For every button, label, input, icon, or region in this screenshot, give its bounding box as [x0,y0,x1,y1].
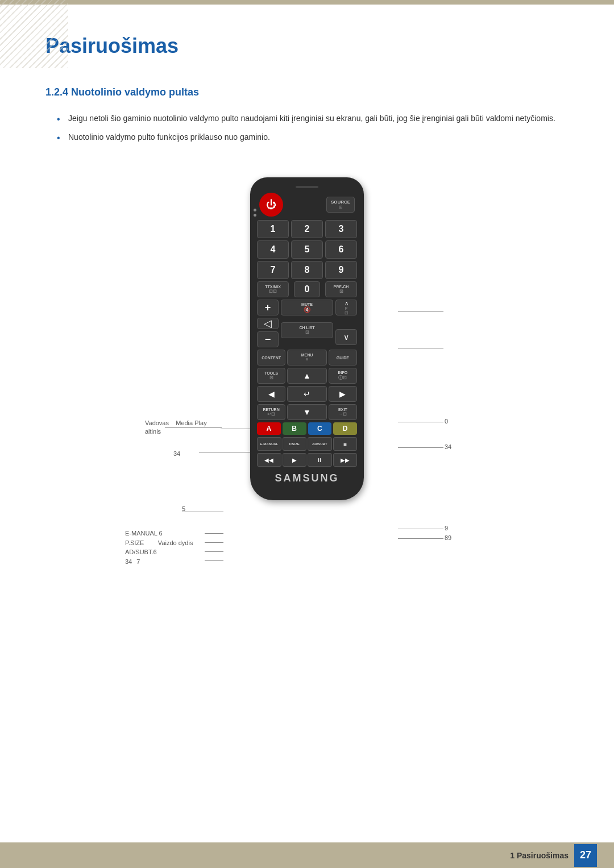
content-menu-row: CONTENT MENU ≡ GUIDE [257,350,357,366]
return-label: RETURN [263,408,280,412]
btn-c[interactable]: C [308,422,332,435]
remote-diagram: Vadovas Media Playaltinis 34 5 E-MANUAL … [45,160,569,587]
tools-label: TOOLS [264,371,278,375]
ffwd-button[interactable]: ▶▶ [333,453,358,467]
grill-line [296,186,318,188]
btn-a[interactable]: A [257,422,281,435]
ttx-prech-row: TTX/MIX ⊡⊡ 0 PRE-CH ⊡ [257,281,357,297]
vol-triangle-icon: ◁ [257,318,279,329]
page-title: Pasiruošimas [45,34,569,58]
ch-up-icon: ∧ P ⊡ [345,300,349,315]
btn-1[interactable]: 1 [257,220,289,238]
line-content [221,429,252,429]
left-annotations: Vadovas Media Playaltinis 34 5 E-MANUAL … [91,160,267,587]
remote-control: ⏻ SOURCE ⊞ 1 2 3 4 5 6 7 8 9 [250,177,364,500]
line-playback [205,560,223,561]
volume-col: + ◁ − [257,300,279,347]
top-stripe [0,0,614,5]
btn-6[interactable]: 6 [325,240,357,259]
content-label: CONTENT [262,356,281,360]
content-button[interactable]: CONTENT [257,350,285,366]
ch-up-button[interactable]: ∧ P ⊡ [335,300,357,315]
abcd-row: A B C D [257,422,357,435]
btn-b[interactable]: B [283,422,306,435]
page-footer: 1 Pasiruošimas 27 [0,842,614,868]
remote-grill [257,186,357,188]
led-dot-1 [254,209,256,211]
enter-button[interactable]: ↵ [287,386,327,402]
right-annotation-9: 9 [445,525,448,531]
rewind-button[interactable]: ◀◀ [257,453,281,467]
btn-d[interactable]: D [333,422,357,435]
power-button[interactable]: ⏻ [259,193,283,217]
corner-decor [0,0,68,68]
btn-0[interactable]: 0 [294,281,320,297]
guide-label: GUIDE [337,356,349,360]
samsung-logo: SAMSUNG [257,472,357,484]
right-annotation-0: 0 [445,418,448,425]
down-arrow-button[interactable]: ▼ [287,404,327,420]
btn-4[interactable]: 4 [257,240,289,259]
btn-9[interactable]: 9 [325,261,357,279]
btn-7[interactable]: 7 [257,261,289,279]
stop-button[interactable]: ■ [333,437,358,451]
up-arrow-icon: ▲ [303,371,311,380]
menu-button[interactable]: MENU ≡ [287,350,327,366]
exit-icon: →⊡ [338,412,347,417]
ttx-icon: ⊡⊡ [269,289,277,294]
btn-ttx[interactable]: TTX/MIX ⊡⊡ [257,281,289,297]
emanual-row: E-MANUAL P.SIZE AD/SUBT ■ [257,437,357,451]
right-line-9 [398,529,443,529]
line-emanual [205,533,223,534]
btn-5[interactable]: 5 [291,240,323,259]
vol-up-button[interactable]: + [257,300,279,315]
bullet-item-1: Jeigu netoli šio gaminio nuotolinio vald… [57,113,569,124]
enter-icon: ↵ [304,389,310,398]
return-button[interactable]: RETURN ↩⊡ [257,404,285,420]
zero-label: 0 [305,284,310,294]
playback-row: ◀◀ ▶ ⏸ ▶▶ [257,453,357,467]
right-line-num [398,348,443,348]
led-dot-2 [254,214,256,217]
menu-label: MENU [301,353,313,357]
play-icon: ▶ [292,457,297,463]
btn-prech[interactable]: PRE-CH ⊡ [325,281,357,297]
samsung-text: SAMSUNG [275,472,339,484]
emanual-button[interactable]: E-MANUAL [257,437,281,451]
prech-icon: ⊡ [339,289,343,294]
left-arrow-button[interactable]: ◀ [257,386,285,402]
emanual-annotation: E-MANUAL 6 P.SIZE Vaizdo dydis AD/SUBT.6… [125,529,193,566]
right-annotation-34: 34 [445,443,451,450]
adsubt-label: AD/SUBT [312,442,327,446]
btn-3[interactable]: 3 [325,220,357,238]
emanual-label: E-MANUAL [260,442,278,446]
left-arrow-icon: ◀ [268,389,275,398]
pause-button[interactable]: ⏸ [308,453,332,467]
info-button[interactable]: INFO ⓘ⊡ [329,368,357,384]
right-annotation-89: 89 [445,534,451,541]
tools-button[interactable]: TOOLS ⊡ [257,368,285,384]
right-arrow-button[interactable]: ▶ [329,386,357,402]
btn-2[interactable]: 2 [291,220,323,238]
tools-icon: ⊡ [269,375,273,380]
channel-col: ∧ P ⊡ ∨ [335,300,357,345]
mute-button[interactable]: MUTE 🔇 [281,300,333,315]
vol-down-button[interactable]: − [257,331,279,347]
number-grid: 1 2 3 4 5 6 7 8 9 [257,220,357,279]
psize-button[interactable]: P.SIZE [283,437,307,451]
chlist-icon: ⊡ [305,330,309,335]
line-abcd [182,512,223,512]
exit-button[interactable]: EXIT →⊡ [329,404,357,420]
up-arrow-button[interactable]: ▲ [287,368,327,384]
info-label: INFO [338,371,348,375]
content-annotation: Vadovas Media Playaltinis [145,419,207,437]
btn-8[interactable]: 8 [291,261,323,279]
guide-button[interactable]: GUIDE [329,350,357,366]
power-icon: ⏻ [266,199,276,211]
section-title: 1.2.4 Nuotolinio valdymo pultas [45,86,569,98]
play-button[interactable]: ▶ [283,453,307,467]
adsubt-button[interactable]: AD/SUBT [308,437,332,451]
source-button[interactable]: SOURCE ⊞ [326,197,355,213]
chlist-button[interactable]: CH LIST ⊡ [281,322,333,338]
ch-down-button[interactable]: ∨ [335,329,357,345]
